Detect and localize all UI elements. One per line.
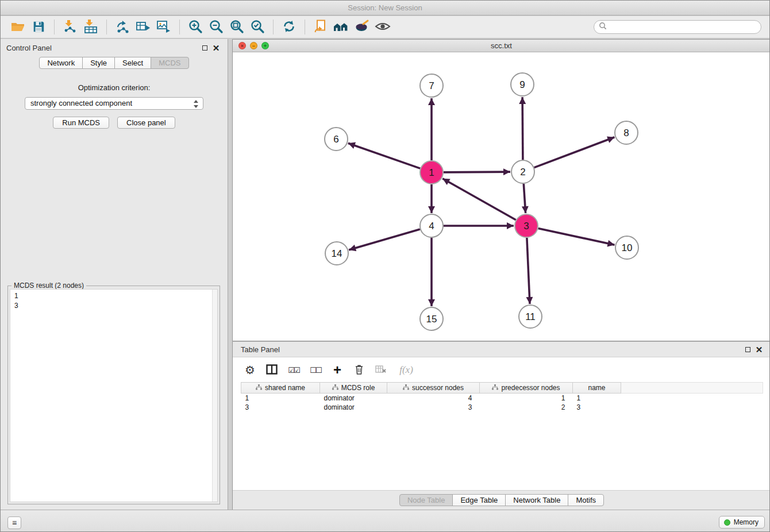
- delete-table-button[interactable]: [373, 363, 389, 377]
- close-table-panel-button[interactable]: ✕: [753, 344, 765, 354]
- zoom-in-icon: [188, 19, 203, 36]
- graph-node-1[interactable]: 1: [420, 161, 443, 184]
- zoom-fit-button[interactable]: [226, 18, 247, 36]
- column-header-mcds-role[interactable]: MCDS role: [320, 383, 387, 394]
- import-table-button[interactable]: [80, 18, 101, 36]
- window-zoom-button[interactable]: +: [261, 42, 269, 49]
- graph-node-4[interactable]: 4: [420, 214, 443, 237]
- tab-network-table[interactable]: Network Table: [505, 494, 568, 506]
- column-header-name[interactable]: name: [573, 383, 621, 394]
- graph-edge-3-11[interactable]: [527, 238, 530, 304]
- column-header-shared-name[interactable]: shared name: [241, 383, 320, 394]
- select-all-columns-button[interactable]: ☑☑: [286, 363, 302, 377]
- graph-node-label: 10: [622, 242, 633, 253]
- memory-button[interactable]: Memory: [719, 516, 765, 529]
- function-builder-button[interactable]: f(x): [395, 363, 418, 377]
- search-box[interactable]: [594, 20, 761, 34]
- table-settings-button[interactable]: ⚙: [242, 363, 258, 377]
- graph-edge-4-14[interactable]: [349, 229, 420, 250]
- float-icon: [202, 45, 207, 51]
- graph-node-9[interactable]: 9: [511, 73, 534, 96]
- graph-node-3[interactable]: 3: [515, 214, 538, 237]
- graph-node-8[interactable]: 8: [615, 121, 638, 144]
- apply-style-button[interactable]: [352, 18, 372, 36]
- graph-edge-3-1[interactable]: [442, 179, 516, 220]
- add-column-button[interactable]: +: [329, 363, 345, 377]
- column-header-successor-nodes[interactable]: successor nodes: [387, 383, 480, 394]
- tab-motifs[interactable]: Motifs: [568, 494, 604, 506]
- graph-node-label: 2: [520, 167, 525, 178]
- mcds-button-row: Run MCDS Close panel: [1, 117, 228, 129]
- refresh-icon: [282, 19, 297, 36]
- tab-node-table[interactable]: Node Table: [399, 494, 453, 506]
- export-image-button[interactable]: [153, 18, 174, 36]
- column-header-predecessor-nodes[interactable]: predecessor nodes: [480, 383, 573, 394]
- graph-node-15[interactable]: 15: [420, 307, 443, 330]
- show-all-networks-button[interactable]: [331, 18, 352, 36]
- column-tree-icon: [492, 384, 498, 392]
- close-panel-button[interactable]: ✕: [210, 43, 222, 53]
- zoom-fit-icon: [229, 19, 244, 36]
- close-panel-action-button[interactable]: Close panel: [117, 117, 175, 129]
- tab-mcds[interactable]: MCDS: [151, 57, 188, 69]
- graph-edge-2-8[interactable]: [534, 137, 615, 168]
- graph-edge-2-3[interactable]: [523, 184, 525, 213]
- zoom-selected-button[interactable]: [247, 18, 268, 36]
- graph-node-14[interactable]: 14: [325, 242, 348, 265]
- graph-edge-2-9[interactable]: [522, 97, 523, 160]
- result-scrollbar[interactable]: [212, 290, 217, 502]
- float-panel-button[interactable]: [199, 43, 210, 53]
- delete-table-icon: [375, 365, 387, 376]
- save-session-button[interactable]: [28, 18, 49, 36]
- show-hide-panel-button[interactable]: [372, 18, 393, 36]
- zoom-selected-icon: [250, 19, 265, 36]
- graph-edge-3-10[interactable]: [538, 229, 615, 245]
- split-panel-button[interactable]: [264, 363, 280, 377]
- graph-node-6[interactable]: 6: [325, 128, 348, 151]
- tab-edge-table[interactable]: Edge Table: [452, 494, 506, 506]
- table-panel-header: Table Panel ✕: [233, 342, 770, 357]
- fx-icon: f(x): [399, 364, 413, 376]
- style-brush-icon: [355, 19, 369, 36]
- network-window-titlebar[interactable]: × − + scc.txt: [233, 40, 770, 52]
- memory-label: Memory: [734, 518, 759, 526]
- zoom-out-button[interactable]: [206, 18, 226, 36]
- refresh-view-button[interactable]: [279, 18, 299, 36]
- graph-edge-1-2[interactable]: [444, 172, 510, 172]
- import-network-icon: [63, 19, 78, 36]
- graph-node-7[interactable]: 7: [420, 74, 443, 97]
- graph-node-10[interactable]: 10: [615, 236, 638, 259]
- unselect-all-columns-button[interactable]: ☐☐: [307, 363, 324, 377]
- network-canvas[interactable]: 7968124314101511: [233, 52, 770, 341]
- task-history-button[interactable]: ≡: [7, 516, 21, 529]
- graph-node-11[interactable]: 11: [519, 305, 542, 328]
- tab-style[interactable]: Style: [82, 57, 115, 69]
- plus-icon: +: [333, 363, 341, 377]
- graph-node-2[interactable]: 2: [511, 160, 534, 183]
- close-icon: ✕: [213, 44, 220, 52]
- open-session-button[interactable]: [7, 18, 28, 36]
- zoom-in-button[interactable]: [185, 18, 206, 36]
- graph-node-label: 11: [525, 311, 536, 322]
- graph-edge-1-6[interactable]: [348, 143, 420, 168]
- float-table-panel-button[interactable]: [742, 344, 753, 354]
- export-table-button[interactable]: [133, 18, 153, 36]
- tab-select[interactable]: Select: [114, 57, 151, 69]
- tab-network[interactable]: Network: [39, 57, 83, 69]
- open-in-cloud-button[interactable]: [310, 18, 331, 36]
- memory-status-icon: [724, 519, 730, 526]
- toolbar-separator: [106, 20, 107, 34]
- window-minimize-button[interactable]: −: [250, 42, 257, 49]
- search-input[interactable]: [610, 23, 756, 31]
- table-row[interactable]: 1 dominator 4 1 1: [241, 394, 763, 403]
- export-network-button[interactable]: [112, 18, 133, 36]
- window-close-button[interactable]: ×: [238, 42, 246, 49]
- network-view-window: × − + scc.txt 7968124314101511: [232, 39, 770, 341]
- run-mcds-button[interactable]: Run MCDS: [53, 117, 109, 129]
- import-network-button[interactable]: [60, 18, 80, 36]
- mcds-result-list[interactable]: 1 3: [10, 289, 218, 502]
- delete-column-button[interactable]: [351, 363, 367, 377]
- criterion-dropdown[interactable]: strongly connected component: [25, 97, 203, 110]
- column-tree-icon: [403, 384, 409, 392]
- table-row[interactable]: 3 dominator 3 2 3: [241, 403, 763, 412]
